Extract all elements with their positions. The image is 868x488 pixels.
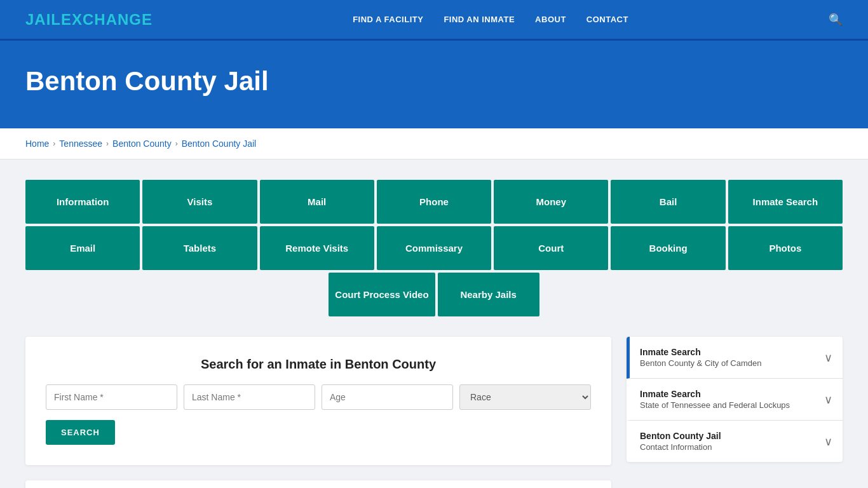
btn-court-process-video[interactable]: Court Process Video [329, 273, 435, 316]
sidebar-inmate-search-benton[interactable]: Inmate SearchBenton County & City of Cam… [627, 337, 843, 379]
main-content: InformationVisitsMailPhoneMoneyBailInmat… [0, 159, 868, 488]
last-name-input[interactable] [184, 384, 315, 410]
breadcrumb-separator: › [106, 139, 109, 148]
breadcrumb-benton-county[interactable]: Benton County [112, 139, 172, 149]
logo-exchange: EXCHANGE [61, 11, 153, 28]
btn-visits[interactable]: Visits [142, 180, 257, 224]
about-link[interactable]: ABOUT [535, 15, 566, 24]
sidebar-contact-info[interactable]: Benton County JailContact Information∨ [627, 421, 843, 462]
find-inmate-link[interactable]: FIND AN INMATE [444, 15, 515, 24]
hero-section: Benton County Jail [0, 41, 868, 128]
btn-booking[interactable]: Booking [611, 226, 725, 270]
button-grid-row3: Court Process VideoNearby Jails [25, 273, 843, 316]
search-card: Search for an Inmate in Benton County Ra… [25, 337, 611, 465]
btn-bail[interactable]: Bail [611, 180, 725, 224]
btn-tablets[interactable]: Tablets [142, 226, 257, 270]
navbar: JAILEXCHANGE FIND A FACILITYFIND AN INMA… [0, 0, 868, 41]
btn-inmate-search[interactable]: Inmate Search [728, 180, 843, 224]
nav-links: FIND A FACILITYFIND AN INMATEABOUTCONTAC… [353, 15, 628, 24]
btn-mail[interactable]: Mail [260, 180, 374, 224]
first-name-input[interactable] [46, 384, 177, 410]
btn-court[interactable]: Court [494, 226, 608, 270]
sidebar-inmate-search-tennessee-title: Inmate Search [640, 389, 790, 399]
breadcrumb-separator: › [53, 139, 55, 148]
btn-email[interactable]: Email [25, 226, 140, 270]
breadcrumb-separator: › [175, 139, 178, 148]
find-facility-link[interactable]: FIND A FACILITY [353, 15, 423, 24]
info-card: Benton County Jail Information [25, 480, 611, 488]
contact-link[interactable]: CONTACT [587, 15, 628, 24]
button-grid-row1: InformationVisitsMailPhoneMoneyBailInmat… [25, 180, 843, 224]
btn-money[interactable]: Money [494, 180, 608, 224]
breadcrumb: Home›Tennessee›Benton County›Benton Coun… [25, 139, 843, 149]
sidebar-card: Inmate SearchBenton County & City of Cam… [627, 337, 843, 462]
sidebar-contact-info-subtitle: Contact Information [640, 442, 721, 452]
btn-photos[interactable]: Photos [728, 226, 843, 270]
breadcrumb-tennessee[interactable]: Tennessee [59, 139, 102, 149]
sidebar-inmate-search-benton-title: Inmate Search [640, 347, 762, 357]
btn-commissary[interactable]: Commissary [377, 226, 491, 270]
breadcrumb-home[interactable]: Home [25, 139, 49, 149]
sidebar-inmate-search-benton-subtitle: Benton County & City of Camden [640, 358, 762, 368]
breadcrumb-benton-jail[interactable]: Benton County Jail [182, 139, 257, 149]
btn-remote-visits[interactable]: Remote Visits [260, 226, 374, 270]
two-col-layout: Search for an Inmate in Benton County Ra… [25, 337, 843, 488]
chevron-down-icon: ∨ [824, 435, 832, 449]
button-grid-row2: EmailTabletsRemote VisitsCommissaryCourt… [25, 226, 843, 270]
btn-nearby-jails[interactable]: Nearby Jails [438, 273, 539, 316]
logo-jail: JAIL [25, 11, 61, 28]
chevron-down-icon: ∨ [824, 393, 832, 407]
sidebar-contact-info-title: Benton County Jail [640, 431, 721, 441]
btn-phone[interactable]: Phone [377, 180, 491, 224]
age-input[interactable] [322, 384, 453, 410]
search-icon[interactable]: 🔍 [829, 13, 843, 27]
right-column: Inmate SearchBenton County & City of Cam… [627, 337, 843, 488]
left-column: Search for an Inmate in Benton County Ra… [25, 337, 611, 488]
sidebar-inmate-search-tennessee[interactable]: Inmate SearchState of Tennessee and Fede… [627, 379, 843, 421]
search-title: Search for an Inmate in Benton County [46, 357, 591, 372]
search-button[interactable]: SEARCH [46, 420, 115, 445]
page-title: Benton County Jail [25, 66, 843, 97]
race-select[interactable]: RaceWhiteBlackHispanicAsianOther [459, 384, 591, 410]
sidebar-inmate-search-tennessee-subtitle: State of Tennessee and Federal Lockups [640, 400, 790, 410]
search-fields: RaceWhiteBlackHispanicAsianOther [46, 384, 591, 410]
site-logo[interactable]: JAILEXCHANGE [25, 11, 153, 29]
chevron-down-icon: ∨ [824, 351, 832, 365]
btn-information[interactable]: Information [25, 180, 140, 224]
breadcrumb-bar: Home›Tennessee›Benton County›Benton Coun… [0, 128, 868, 159]
